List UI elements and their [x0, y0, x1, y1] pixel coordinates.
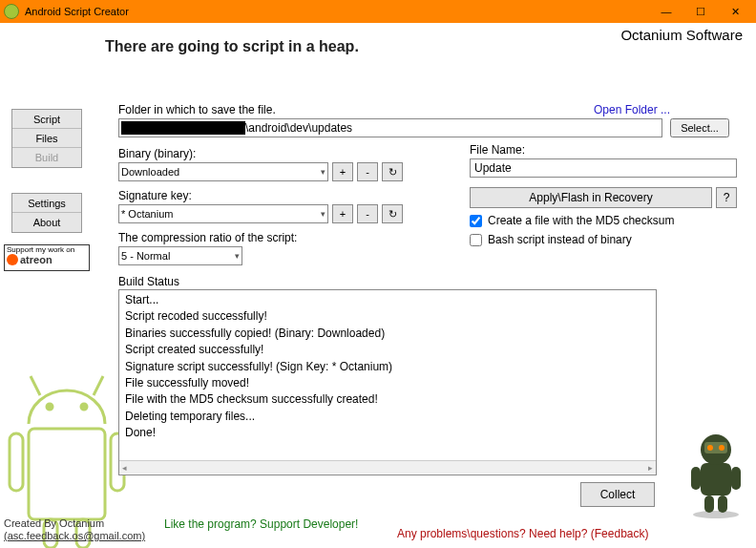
- sidebar-settings-button[interactable]: Settings: [12, 194, 81, 213]
- window-title: Android Script Creator: [25, 6, 129, 17]
- status-line: Signature script successfully! (Sign Key…: [125, 359, 650, 375]
- feedback-link[interactable]: Any problems\questions? Need help? (Feed…: [397, 527, 648, 540]
- horizontal-scrollbar[interactable]: ◂ ▸: [119, 460, 656, 474]
- svg-rect-4: [29, 429, 105, 519]
- binary-remove-button[interactable]: -: [357, 162, 378, 181]
- compression-value: 5 - Normal: [121, 250, 170, 262]
- svg-rect-15: [691, 467, 701, 490]
- filename-input[interactable]: [470, 158, 737, 178]
- chevron-down-icon: ▾: [321, 209, 326, 219]
- status-line: Script recoded successfully!: [125, 308, 650, 325]
- brand-label: Octanium Software: [620, 27, 743, 43]
- apply-flash-button[interactable]: Apply\Flash in Recovery: [470, 187, 712, 208]
- status-line: Deleting temporary files...: [125, 409, 650, 425]
- compression-combo[interactable]: 5 - Normal ▾: [118, 246, 242, 265]
- svg-point-13: [707, 445, 713, 451]
- select-folder-button[interactable]: Select...: [670, 118, 729, 137]
- maximize-button[interactable]: ☐: [683, 0, 718, 23]
- right-panel: File Name: Apply\Flash in Recovery ? Cre…: [470, 143, 746, 246]
- app-icon: [4, 4, 19, 19]
- svg-point-14: [719, 445, 724, 451]
- svg-line-0: [31, 376, 40, 395]
- svg-rect-5: [10, 433, 23, 491]
- collect-button[interactable]: Collect: [580, 482, 655, 507]
- svg-rect-12: [704, 442, 727, 453]
- sigkey-refresh-button[interactable]: ↻: [382, 204, 403, 223]
- bash-checkbox[interactable]: [470, 234, 482, 246]
- status-line: Start...: [125, 292, 650, 308]
- chevron-down-icon: ▾: [321, 167, 326, 177]
- svg-point-9: [693, 511, 739, 518]
- sigkey-combo[interactable]: * Octanium ▾: [118, 204, 328, 223]
- status-line: Done!: [125, 425, 650, 441]
- bash-label: Bash script instead of binary: [488, 233, 632, 246]
- sigkey-remove-button[interactable]: -: [357, 204, 378, 223]
- svg-point-3: [81, 404, 87, 410]
- page-heading: There are going to script in a heap.: [105, 38, 359, 55]
- binary-refresh-button[interactable]: ↻: [382, 162, 403, 181]
- scroll-left-icon[interactable]: ◂: [122, 463, 127, 473]
- redacted-path: [121, 121, 245, 135]
- close-button[interactable]: ✕: [718, 0, 752, 23]
- status-textarea[interactable]: Start...Script recoded successfully!Bina…: [118, 289, 657, 475]
- filename-label: File Name:: [470, 143, 746, 157]
- folder-path-input[interactable]: \android\dev\updates: [118, 118, 662, 137]
- status-line: File with the MD5 checksum successfully …: [125, 391, 650, 408]
- sidebar-about-button[interactable]: About: [12, 213, 81, 232]
- svg-line-1: [94, 376, 103, 395]
- binary-combo[interactable]: Downloaded ▾: [118, 162, 328, 181]
- status-line: Script created successfully!: [125, 342, 650, 358]
- sidebar-script-button[interactable]: Script: [12, 110, 81, 129]
- minimize-button[interactable]: —: [649, 0, 683, 23]
- binary-value: Downloaded: [121, 166, 179, 178]
- binary-add-button[interactable]: +: [332, 162, 353, 181]
- patreon-icon: [7, 254, 18, 265]
- sidebar-build-button[interactable]: Build: [12, 148, 81, 167]
- md5-checkbox[interactable]: [470, 215, 482, 227]
- status-line: Binaries successfully copied! (Binary: D…: [125, 326, 650, 342]
- support-developer-link[interactable]: Like the program? Support Developer!: [164, 517, 358, 531]
- svg-rect-17: [704, 495, 714, 513]
- sigkey-value: * Octanium: [121, 208, 173, 220]
- sigkey-add-button[interactable]: +: [332, 204, 353, 223]
- titlebar: Android Script Creator — ☐ ✕: [0, 0, 756, 23]
- svg-point-11: [701, 434, 731, 465]
- status-label: Build Status: [118, 275, 179, 288]
- scroll-right-icon[interactable]: ▸: [648, 463, 653, 473]
- status-line: File successfully moved!: [125, 375, 650, 391]
- credits-email[interactable]: (asc.feedback.os@gmail.com): [4, 530, 145, 542]
- open-folder-link[interactable]: Open Folder ...: [594, 103, 670, 116]
- svg-rect-16: [731, 467, 741, 490]
- svg-point-2: [47, 404, 52, 410]
- sidebar-files-button[interactable]: Files: [12, 129, 81, 148]
- credits: Created By Octanium (asc.feedback.os@gma…: [4, 517, 145, 542]
- svg-rect-10: [701, 463, 731, 495]
- patreon-badge[interactable]: Support my work on atreon: [4, 244, 90, 271]
- patreon-word: atreon: [20, 255, 52, 265]
- svg-rect-18: [718, 495, 727, 513]
- robot-mascot-icon: [682, 429, 750, 519]
- sidebar: Script Files Build Settings About: [11, 109, 82, 233]
- help-button[interactable]: ?: [716, 187, 737, 208]
- chevron-down-icon: ▾: [235, 251, 240, 261]
- patreon-tagline: Support my work on: [7, 246, 87, 254]
- folder-path-suffix: \android\dev\updates: [245, 121, 352, 135]
- credits-author: Created By Octanium: [4, 517, 145, 530]
- md5-label: Create a file with the MD5 checksum: [488, 214, 674, 227]
